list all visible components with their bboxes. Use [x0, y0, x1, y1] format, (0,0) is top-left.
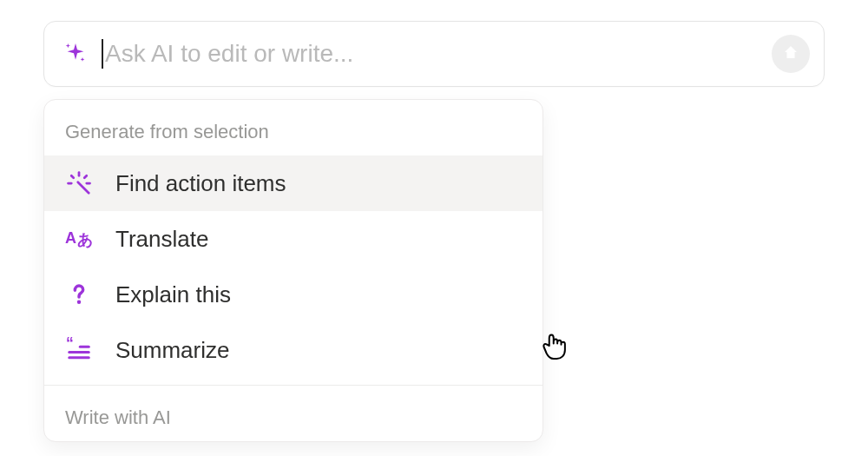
- translate-icon: A あ: [65, 225, 93, 253]
- svg-line-1: [71, 175, 74, 178]
- ai-actions-menu: Generate from selection Find action item…: [43, 99, 543, 442]
- menu-item-summarize[interactable]: “ Summarize: [44, 322, 542, 378]
- magic-wand-icon: [65, 169, 93, 197]
- menu-item-find-action-items[interactable]: Find action items: [44, 155, 542, 211]
- question-icon: [65, 281, 93, 308]
- text-cursor: [102, 39, 103, 69]
- menu-item-explain-this[interactable]: Explain this: [44, 267, 542, 322]
- svg-line-2: [84, 175, 87, 178]
- submit-button[interactable]: [772, 35, 810, 73]
- section-header-write: Write with AI: [44, 386, 542, 441]
- svg-text:A: A: [65, 229, 76, 247]
- ai-input-field[interactable]: Ask AI to edit or write...: [102, 39, 772, 69]
- section-header-generate: Generate from selection: [44, 100, 542, 155]
- svg-point-8: [77, 301, 81, 304]
- menu-item-label: Translate: [115, 226, 208, 253]
- svg-text:“: “: [66, 337, 74, 352]
- summarize-icon: “: [65, 336, 93, 364]
- menu-item-translate[interactable]: A あ Translate: [44, 211, 542, 267]
- svg-text:あ: あ: [77, 231, 93, 248]
- menu-item-label: Find action items: [115, 170, 286, 197]
- ai-input-placeholder: Ask AI to edit or write...: [105, 40, 353, 68]
- arrow-up-icon: [780, 42, 801, 66]
- menu-item-label: Explain this: [115, 281, 231, 308]
- sparkle-icon: [62, 40, 89, 68]
- menu-item-label: Summarize: [115, 337, 229, 364]
- ai-input-bar[interactable]: Ask AI to edit or write...: [43, 21, 825, 87]
